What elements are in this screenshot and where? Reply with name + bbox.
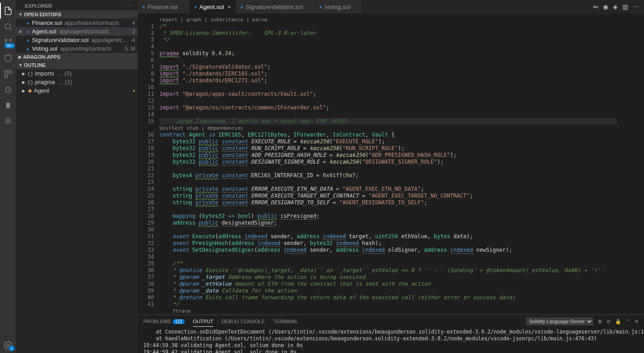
open-editor-row[interactable]: ×♦SignatureValidator.solapps/agent/cont…… xyxy=(16,36,138,44)
svg-point-12 xyxy=(7,344,9,346)
solidity-icon: ♦ xyxy=(27,20,29,26)
source-control-icon[interactable]: 4k+ xyxy=(0,34,16,50)
solidity-icon: ♦ xyxy=(27,38,29,43)
file-name: Voting.sol xyxy=(32,45,57,52)
tab[interactable]: ♦Finance.sol× xyxy=(138,0,190,14)
output-body[interactable]: at Connection.onDidOpenTextDocument (/Us… xyxy=(138,328,644,353)
tab-bar: ♦Finance.sol×♦Agent.sol×♦SignatureValida… xyxy=(138,0,644,14)
tab[interactable]: ♦Agent.sol× xyxy=(190,0,236,14)
panel: PROBLEMS121 OUTPUT DEBUG CONSOLE TERMINA… xyxy=(138,315,644,353)
open-editors-header[interactable]: ▼OPEN EDITORS xyxy=(16,10,138,19)
open-editor-row[interactable]: ×♦Voting.solapps/voting/contracts5, M xyxy=(16,44,138,53)
symbol-name: pragma xyxy=(35,79,55,85)
svg-line-6 xyxy=(5,55,5,56)
file-badge: 4 xyxy=(130,20,135,26)
outline-row[interactable]: ▶{ }imports… (5) xyxy=(16,69,138,78)
project-header[interactable]: ▶ARAGON-APPS xyxy=(16,53,138,61)
output-tab[interactable]: OUTPUT xyxy=(193,319,213,324)
solidity-icon: ♦ xyxy=(194,4,197,9)
svg-line-7 xyxy=(10,55,11,56)
list-icon[interactable]: ≣ xyxy=(598,319,602,325)
gutter: 1234567891011121314151617181920212223242… xyxy=(138,14,160,315)
more-actions-icon[interactable]: ⋯ xyxy=(630,3,641,10)
file-path: apps/agent/contracts xyxy=(59,28,109,35)
debug-icon[interactable] xyxy=(0,50,16,66)
split-icon[interactable]: ▥ xyxy=(620,3,630,10)
nav7-icon[interactable] xyxy=(0,113,16,129)
sidebar-title: EXPLORER⋯ xyxy=(16,0,138,10)
tab[interactable]: ♦SignatureValidator.sol× xyxy=(236,0,315,14)
symbol-name: imports xyxy=(35,70,54,77)
file-badge: 2 xyxy=(130,28,135,35)
tab-label: Finance.sol xyxy=(148,4,178,10)
editor[interactable]: 1234567891011121314151617181920212223242… xyxy=(138,14,644,315)
file-name: Agent.sol xyxy=(32,28,56,35)
more-icon[interactable]: ⋯ xyxy=(127,3,132,9)
terminal-tab[interactable]: TERMINAL xyxy=(273,319,298,324)
file-name: SignatureValidator.sol xyxy=(32,37,89,43)
debug-tab[interactable]: DEBUG CONSOLE xyxy=(221,319,265,324)
minimap[interactable] xyxy=(617,14,644,315)
activity-bar: 4k+ 1 xyxy=(0,0,16,353)
solidity-icon: ♦ xyxy=(27,46,29,52)
svg-point-1 xyxy=(9,39,11,41)
solidity-icon: ♦ xyxy=(27,29,29,34)
symbol-icon: ◆ xyxy=(28,88,32,94)
solidity-icon: ♦ xyxy=(240,4,243,9)
close-icon[interactable]: × xyxy=(228,4,231,10)
extensions-icon[interactable] xyxy=(0,66,16,82)
file-badge: 5, M xyxy=(123,46,135,52)
code[interactable]: report | graph | inheritance | parse /* … xyxy=(160,14,617,315)
lock-icon[interactable]: 🔒 xyxy=(615,319,621,325)
close-panel-icon[interactable]: ✕ xyxy=(635,319,639,325)
file-badge: 4 xyxy=(130,37,135,43)
outline-row[interactable]: ▶{ }pragma… (1) xyxy=(16,78,138,86)
clear-icon[interactable]: ⊘ xyxy=(606,319,611,325)
explorer-icon[interactable] xyxy=(0,3,16,19)
main: ♦Finance.sol×♦Agent.sol×♦SignatureValida… xyxy=(138,0,644,353)
tab-label: Voting.sol xyxy=(324,4,350,10)
open-editor-row[interactable]: ×♦Finance.solapps/finance/contracts4 xyxy=(16,19,138,27)
compare-icon[interactable]: ⇋ xyxy=(591,3,601,10)
svg-point-0 xyxy=(5,24,10,29)
open-editor-row[interactable]: ×♦Agent.solapps/agent/contracts2 xyxy=(16,27,138,36)
svg-rect-8 xyxy=(5,71,7,73)
sidebar: EXPLORER⋯ ▼OPEN EDITORS ×♦Finance.solapp… xyxy=(16,0,138,353)
tab[interactable]: ♦Voting.sol× xyxy=(315,0,362,14)
symbol-icon: { } xyxy=(28,71,33,76)
svg-rect-9 xyxy=(9,71,11,73)
solidity-icon: ♦ xyxy=(320,4,322,9)
svg-point-3 xyxy=(5,39,7,41)
tab-actions: ⇋ ◉ ◈ ▥ ⋯ xyxy=(588,0,644,14)
nav6-icon[interactable] xyxy=(0,98,16,113)
search-icon[interactable] xyxy=(0,19,16,34)
problems-tab[interactable]: PROBLEMS121 xyxy=(143,319,185,324)
preview-icon[interactable]: ◉ xyxy=(601,3,611,10)
solidity-icon: ♦ xyxy=(142,4,145,9)
svg-point-4 xyxy=(5,55,11,61)
outline-header[interactable]: ▼OUTLINE xyxy=(16,61,138,69)
tab-label: Agent.sol xyxy=(199,4,224,10)
diff-icon[interactable]: ◈ xyxy=(611,3,620,10)
symbol-icon: { } xyxy=(28,80,33,85)
output-select[interactable]: Solidity Language Server xyxy=(526,317,593,325)
settings-icon[interactable]: 1 xyxy=(0,337,16,353)
svg-rect-10 xyxy=(5,75,7,77)
nav5-icon[interactable] xyxy=(0,82,16,98)
symbol-name: Agent xyxy=(34,87,49,94)
close-icon[interactable]: × xyxy=(19,28,22,35)
expand-icon[interactable]: ⌃ xyxy=(626,319,630,325)
file-path: apps/voting/contracts xyxy=(60,46,111,52)
file-name: Finance.sol xyxy=(32,19,62,26)
outline-row[interactable]: ▶◆Agent● xyxy=(16,86,138,95)
tab-label: SignatureValidator.sol xyxy=(246,4,303,10)
file-path: apps/agent/cont… xyxy=(91,37,130,43)
file-path: apps/finance/contracts xyxy=(65,20,119,26)
